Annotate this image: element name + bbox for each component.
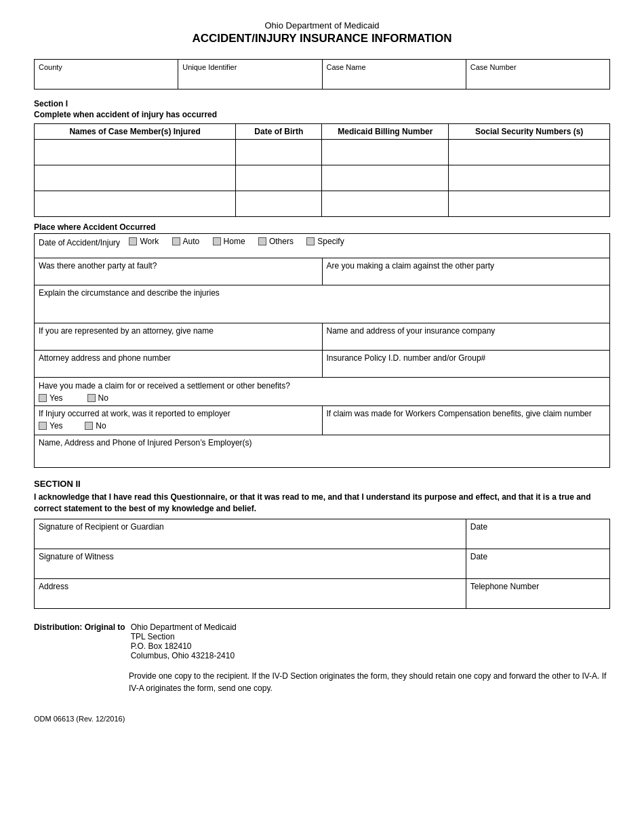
table-row — [35, 140, 610, 165]
col-billing-header: Medicaid Billing Number — [322, 124, 449, 140]
auto-label: Auto — [183, 237, 200, 246]
county-label: County — [39, 63, 62, 71]
dob-cell-2[interactable] — [236, 165, 322, 191]
attorney-cell: If you are represented by an attorney, g… — [35, 323, 323, 351]
table-row — [35, 191, 610, 217]
sig-recipient-label: Signature of Recipient or Guardian — [39, 522, 164, 532]
case-name-label: Case Name — [327, 63, 366, 71]
another-party-cell: Was there another party at fault? — [35, 258, 323, 285]
header-table: County Unique Identifier Case Name Case … — [34, 59, 610, 90]
section2-title: SECTION II — [34, 479, 610, 489]
form-title: ACCIDENT/INJURY INSURANCE INFORMATION — [34, 32, 610, 45]
sig-witness-label: Signature of Witness — [39, 552, 114, 561]
explain-cell: Explain the circumstance and describe th… — [35, 285, 610, 323]
dist-line-4: Columbus, Ohio 43218-2410 — [131, 651, 237, 660]
col-dob-header: Date of Birth — [236, 124, 322, 140]
table-row — [35, 165, 610, 191]
claim-label: Are you making a claim against the other… — [327, 261, 494, 271]
section2-acknowledgement: I acknowledge that I have read this Ques… — [34, 492, 610, 515]
home-label: Home — [224, 237, 245, 246]
col-ssn-header: Social Security Numbers (s) — [449, 124, 610, 140]
home-checkbox[interactable] — [213, 237, 221, 245]
distribution-address: Ohio Department of Medicaid TPL Section … — [131, 622, 237, 660]
address-label: Address — [39, 582, 68, 591]
section1-table: Names of Case Member(s) Injured Date of … — [34, 123, 610, 217]
distribution-section: Distribution: Original to Ohio Departmen… — [34, 622, 610, 694]
auto-checkbox-row: Auto — [172, 237, 200, 246]
workers-comp-label: If claim was made for Workers Compensati… — [327, 409, 592, 418]
distribution-note: Provide one copy to the recipient. If th… — [129, 670, 610, 694]
case-number-label: Case Number — [470, 63, 517, 71]
telephone-cell[interactable]: Telephone Number — [466, 578, 609, 608]
employer-cell: Name, Address and Phone of Injured Perso… — [35, 435, 610, 468]
work-label: Work — [140, 237, 159, 246]
specify-checkbox-row: Specify — [306, 237, 344, 246]
workers-comp-cell: If claim was made for Workers Compensati… — [322, 406, 610, 435]
auto-checkbox[interactable] — [172, 237, 180, 245]
section1-title: Section I — [34, 99, 610, 108]
ssn-cell-1[interactable] — [449, 140, 610, 165]
sig-recipient-cell[interactable]: Signature of Recipient or Guardian — [35, 519, 466, 549]
yes2-checkbox-row: Yes — [39, 421, 63, 431]
work-injury-cell: If Injury occurred at work, was it repor… — [35, 406, 323, 435]
dob-cell-3[interactable] — [236, 191, 322, 217]
ssn-cell-3[interactable] — [449, 191, 610, 217]
attorney-address-cell: Attorney address and phone number — [35, 351, 323, 378]
specify-checkbox[interactable] — [306, 237, 315, 245]
ssn-cell-2[interactable] — [449, 165, 610, 191]
claim-benefits-cell: Have you made a claim for or received a … — [35, 378, 610, 406]
work-injury-label: If Injury occurred at work, was it repor… — [39, 409, 318, 418]
sig-witness-cell[interactable]: Signature of Witness — [35, 549, 466, 578]
billing-cell-1[interactable] — [322, 140, 449, 165]
no-checkbox-row: No — [87, 393, 108, 403]
date1-cell[interactable]: Date — [466, 519, 609, 549]
attorney-label: If you are represented by an attorney, g… — [39, 326, 214, 336]
yes-label: Yes — [49, 393, 63, 403]
name-cell-1[interactable] — [35, 140, 236, 165]
others-label: Others — [269, 237, 294, 246]
no2-label: No — [96, 421, 106, 431]
signature-table: Signature of Recipient or Guardian Date … — [34, 519, 610, 609]
yes2-label: Yes — [49, 421, 63, 431]
insurance-cell: Name and address of your insurance compa… — [322, 323, 610, 351]
telephone-label: Telephone Number — [470, 582, 539, 591]
no2-checkbox[interactable] — [85, 422, 93, 430]
yes-checkbox[interactable] — [39, 394, 47, 402]
yes-checkbox-row: Yes — [39, 393, 63, 403]
accident-table: Date of Accident/Injury Work Auto Home O… — [34, 233, 610, 468]
claim-cell: Are you making a claim against the other… — [322, 258, 610, 285]
agency-name: Ohio Department of Medicaid — [34, 20, 610, 31]
policy-cell: Insurance Policy I.D. number and/or Grou… — [322, 351, 610, 378]
no2-checkbox-row: No — [85, 421, 106, 431]
dist-line-1: Ohio Department of Medicaid — [131, 622, 237, 632]
claim-benefits-label: Have you made a claim for or received a … — [39, 381, 605, 391]
name-cell-3[interactable] — [35, 191, 236, 217]
others-checkbox-row: Others — [258, 237, 294, 246]
explain-label: Explain the circumstance and describe th… — [39, 288, 220, 298]
insurance-label: Name and address of your insurance compa… — [327, 326, 496, 336]
employer-label: Name, Address and Phone of Injured Perso… — [39, 438, 252, 448]
date1-label: Date — [470, 522, 487, 532]
date2-cell[interactable]: Date — [466, 549, 609, 578]
name-cell-2[interactable] — [35, 165, 236, 191]
section1-subtitle: Complete when accident of injury has occ… — [34, 110, 610, 119]
address-cell[interactable]: Address — [35, 578, 466, 608]
date2-label: Date — [470, 552, 487, 561]
no-checkbox[interactable] — [87, 394, 96, 402]
yes2-checkbox[interactable] — [39, 422, 47, 430]
dob-cell-1[interactable] — [236, 140, 322, 165]
others-checkbox[interactable] — [258, 237, 266, 245]
billing-cell-3[interactable] — [322, 191, 449, 217]
no-label: No — [98, 393, 108, 403]
distribution-title: Distribution: Original to — [34, 622, 125, 632]
work-checkbox-row: Work — [129, 237, 159, 246]
date-accident-label: Date of Accident/Injury — [39, 238, 120, 247]
policy-label: Insurance Policy I.D. number and/or Grou… — [327, 353, 486, 363]
billing-cell-2[interactable] — [322, 165, 449, 191]
col-names-header: Names of Case Member(s) Injured — [35, 124, 236, 140]
specify-label: Specify — [317, 237, 344, 246]
footer-code: ODM 06613 (Rev. 12/2016) — [34, 715, 610, 723]
work-checkbox[interactable] — [129, 237, 137, 245]
home-checkbox-row: Home — [213, 237, 245, 246]
dist-line-3: P.O. Box 182410 — [131, 641, 237, 651]
